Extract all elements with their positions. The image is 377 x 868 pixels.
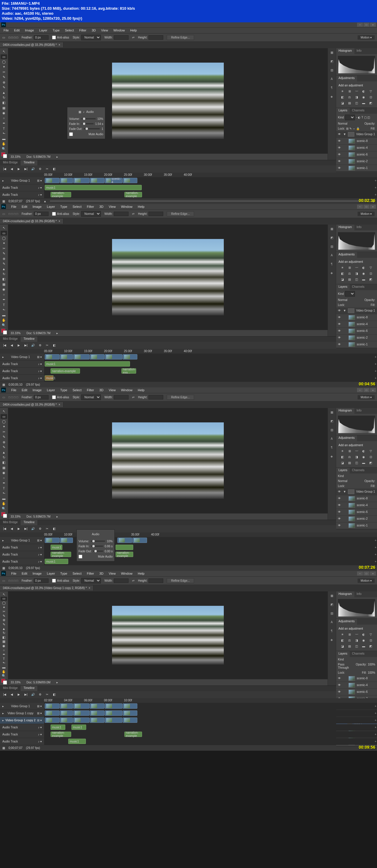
prev-frame-icon[interactable]: ◀ <box>9 167 14 172</box>
swatches-icon[interactable]: ▨ <box>328 67 335 73</box>
frame-mode-icon[interactable]: ▦ <box>2 199 5 203</box>
menu-edit[interactable]: Edit <box>12 28 22 33</box>
audio-clip[interactable]: music1 <box>45 185 142 190</box>
canvas-viewport[interactable]: ▦♪Audio Volume:10% Fade In:1.54 s Fade O… <box>8 48 327 153</box>
background-color[interactable] <box>3 154 7 158</box>
close-button[interactable]: × <box>370 23 376 27</box>
history-brush-icon[interactable]: ↻ <box>1 95 7 100</box>
mute-icon[interactable]: 🔊 <box>31 167 35 172</box>
photofilter-icon[interactable]: ◉ <box>361 95 367 99</box>
gradientmap-icon[interactable]: ▬ <box>361 101 367 105</box>
fadein-slider[interactable] <box>82 123 93 124</box>
zoom-slider[interactable] <box>50 200 368 202</box>
curves-icon[interactable]: 〰 <box>354 89 359 93</box>
antialias-checkbox[interactable] <box>52 36 56 39</box>
close-tab-icon[interactable]: × <box>59 43 60 46</box>
brightness-icon[interactable]: ☀ <box>340 89 345 93</box>
channelmixer-icon[interactable]: ⊡ <box>368 95 374 99</box>
character-icon[interactable]: A <box>328 76 335 82</box>
video-track[interactable]: ▸Video Group 1⊞ ▾ scenic-4 + <box>0 177 377 184</box>
eraser-tool-icon[interactable]: ◧ <box>1 100 7 105</box>
layer-row[interactable]: 👁scenic-2 <box>336 158 377 165</box>
audio-clip[interactable]: narration-example <box>124 192 142 197</box>
audio-clip[interactable]: narration-example <box>51 192 71 197</box>
zoom-tool-icon[interactable]: 🔍 <box>1 146 7 151</box>
audio-track[interactable]: Audio Track♪ ▾ narration-examplenarratio… <box>0 191 377 198</box>
video-clip[interactable] <box>60 178 73 183</box>
video-clip[interactable] <box>45 178 59 183</box>
workspace-selector[interactable]: Motion ▾ <box>357 35 375 40</box>
add-media-icon[interactable]: + <box>375 179 376 182</box>
play-icon[interactable]: ▶ <box>17 167 21 172</box>
video-clip[interactable] <box>73 178 89 183</box>
audio-track[interactable]: Audio Track♪ ▾ music1+ <box>0 184 377 191</box>
menu-layer[interactable]: Layer <box>37 28 50 33</box>
blend-mode-select[interactable]: Normal <box>338 122 347 125</box>
path-tool-icon[interactable]: ⬑ <box>1 131 7 136</box>
audio-icon[interactable]: ♪ ▾ <box>38 186 42 189</box>
hue-icon[interactable]: ◧ <box>340 95 345 99</box>
type-tool-icon[interactable]: T <box>1 126 7 131</box>
layers-tab[interactable]: Layers <box>336 108 350 114</box>
colorbalance-icon[interactable]: ⚖ <box>347 95 352 99</box>
color-icon[interactable]: ◩ <box>328 58 335 65</box>
hand-tool-icon[interactable]: ✋ <box>1 142 7 146</box>
volume-slider[interactable] <box>82 118 95 119</box>
menu-window[interactable]: Window <box>111 28 127 33</box>
info-tab[interactable]: Info <box>354 48 364 54</box>
color-swatches[interactable] <box>1 152 7 159</box>
track-menu-icon[interactable]: ⊞ ▾ <box>37 179 42 182</box>
style-select[interactable]: Normal <box>81 35 101 40</box>
audio-settings-icon[interactable]: ♪ <box>83 110 84 114</box>
zoom-level[interactable]: 33.33% <box>10 155 21 158</box>
marquee-tool-icon[interactable]: ▭ <box>2 36 5 39</box>
menu-3d[interactable]: 3D <box>89 28 98 33</box>
selection-mode-icons[interactable]: □ □ □ □ <box>8 36 18 39</box>
collapsed-panel-dock[interactable]: ▦ ◩ ▨ A ¶ ◈ <box>327 48 336 160</box>
stamp-tool-icon[interactable]: ▲ <box>1 90 7 95</box>
eyedropper-tool-icon[interactable]: ✎ <box>1 75 7 80</box>
selective-icon[interactable]: ◩ <box>368 101 374 105</box>
vibrance-icon[interactable]: ▽ <box>368 89 374 93</box>
layer-group-row[interactable]: 👁▼Video Group 1 <box>336 131 377 138</box>
levels-icon[interactable]: ⊞ <box>347 89 352 93</box>
pen-tool-icon[interactable]: ✒ <box>1 121 7 125</box>
menu-file[interactable]: File <box>1 28 11 33</box>
layer-row[interactable]: 👁scenic-8 <box>336 138 377 145</box>
dodge-tool-icon[interactable]: ○ <box>1 116 7 121</box>
marquee-tool-icon[interactable]: ▭ <box>1 54 7 59</box>
menu-help[interactable]: Help <box>128 28 139 33</box>
menu-image[interactable]: Image <box>23 28 36 33</box>
fadeout-slider[interactable] <box>84 128 100 129</box>
blur-tool-icon[interactable]: ◉ <box>1 111 7 115</box>
crop-tool-icon[interactable]: ✂ <box>1 70 7 74</box>
healing-tool-icon[interactable]: ⊕ <box>1 80 7 85</box>
channels-tab[interactable]: Channels <box>350 108 367 114</box>
visibility-icon[interactable]: 👁 <box>338 132 341 136</box>
menu-filter[interactable]: Filter <box>77 28 88 33</box>
zoom-out-icon[interactable]: ▲ <box>44 199 47 203</box>
minibridge-tab[interactable]: Mini Bridge <box>0 160 21 165</box>
gradient-tool-icon[interactable]: ▦ <box>1 105 7 110</box>
maximize-button[interactable]: □ <box>364 23 369 27</box>
menu-view[interactable]: View <box>99 28 111 33</box>
video-clip[interactable] <box>90 178 105 183</box>
transition-icon[interactable]: ◧ <box>52 167 56 172</box>
histogram-tab[interactable]: Histogram <box>336 48 354 54</box>
refine-edge-button[interactable]: Refine Edge... <box>167 35 194 40</box>
width-input[interactable] <box>114 35 128 40</box>
wand-tool-icon[interactable]: ✦ <box>1 65 7 69</box>
navigator-icon[interactable]: ▦ <box>328 50 335 56</box>
document-tab[interactable]: 0404-crossfades.psd @ 33.3% (RGB/8) *× <box>0 42 63 47</box>
menu-select[interactable]: Select <box>63 28 77 33</box>
brush-tool-icon[interactable]: ✎ <box>1 85 7 90</box>
current-time[interactable]: 0;00;07;07 <box>8 199 22 203</box>
lasso-tool-icon[interactable]: ◯ <box>1 59 7 64</box>
feather-input[interactable] <box>34 35 49 40</box>
timeline-tab[interactable]: Timeline <box>21 160 37 165</box>
layer-row[interactable]: 👁scenic-1 <box>336 165 377 172</box>
exposure-icon[interactable]: ◐ <box>361 89 367 93</box>
lock-icons[interactable]: ⊞ ✎ ↔ 🔒 <box>346 127 360 130</box>
move-tool-icon[interactable]: ↖ <box>1 50 7 54</box>
video-settings-icon[interactable]: ▦ <box>79 110 81 114</box>
